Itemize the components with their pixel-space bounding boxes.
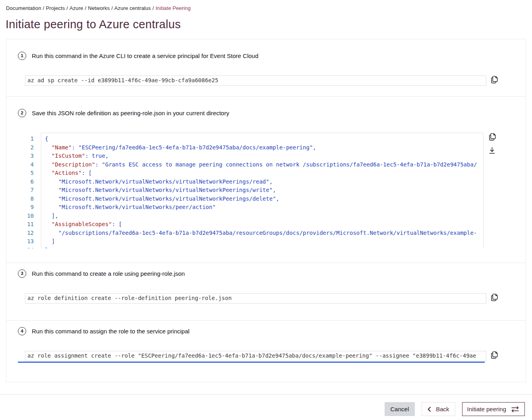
step-4-number-badge: 4 [18, 327, 26, 335]
step-4: 4 Run this command to assign the role to… [6, 320, 526, 382]
breadcrumb-current: Initiate Peering [155, 5, 190, 11]
step-3-header: 3 Run this command to create a role usin… [18, 269, 514, 278]
step-1-command-input[interactable]: az ad sp create --id e3899b11-4f6c-49ae-… [25, 75, 486, 86]
step-1-command-row: az ad sp create --id e3899b11-4f6c-49ae-… [25, 75, 498, 86]
step-3: 3 Run this command to create a role usin… [6, 263, 526, 320]
download-icon [489, 147, 495, 154]
page-title: Initiate peering to Azure centralus [6, 17, 532, 31]
step-3-label: Run this command to create a role using … [32, 270, 185, 277]
copy-icon [489, 133, 496, 141]
copy-icon [491, 351, 498, 359]
breadcrumb: Documentation/Projects/Azure/Networks/Az… [0, 0, 532, 11]
breadcrumb-separator: / [85, 5, 86, 11]
initiate-peering-label: Initiate peering [467, 406, 506, 412]
json-editor[interactable]: 1234567891011121314 { "Name": "ESCPeerin… [25, 133, 484, 248]
breadcrumb-separator: / [66, 5, 68, 11]
breadcrumb-separator: / [43, 5, 44, 11]
cancel-button[interactable]: Cancel [385, 402, 415, 416]
horizontal-scrollbar[interactable] [18, 362, 485, 363]
json-download-button[interactable] [489, 147, 495, 154]
breadcrumb-link-projects[interactable]: Projects [46, 5, 65, 11]
copy-icon [491, 293, 498, 302]
step-4-header: 4 Run this command to assign the role to… [18, 327, 514, 335]
steps-card: 1 Run this command in the Azure CLI to c… [6, 39, 526, 382]
initiate-peering-button[interactable]: Initiate peering [462, 402, 525, 416]
step-1-label: Run this command in the Azure CLI to cre… [32, 52, 258, 59]
breadcrumb-separator: / [153, 5, 154, 11]
breadcrumb-link-documentation[interactable]: Documentation [6, 5, 41, 11]
page: Documentation/Projects/Azure/Networks/Az… [0, 0, 532, 416]
chevron-left-icon [428, 406, 431, 412]
step-3-number-badge: 3 [18, 269, 26, 278]
footer: Cancel Back Initiate peering [0, 395, 532, 416]
step-1-header: 1 Run this command in the Azure CLI to c… [18, 52, 514, 60]
step-4-command-row: az role assignment create --role "ESCPee… [25, 351, 498, 361]
line-numbers: 1234567891011121314 [25, 133, 41, 248]
back-button-label: Back [436, 406, 449, 412]
step-1-number-badge: 1 [18, 52, 26, 60]
breadcrumb-separator: / [111, 5, 113, 11]
step-3-command-row: az role definition create --role-definit… [25, 293, 498, 304]
step-3-copy-button[interactable] [491, 293, 498, 302]
back-button[interactable]: Back [422, 402, 455, 416]
breadcrumb-link-azure-centralus[interactable]: Azure centralus [114, 5, 151, 11]
step-4-command-input[interactable]: az role assignment create --role "ESCPee… [25, 351, 486, 361]
breadcrumb-link-networks[interactable]: Networks [88, 5, 110, 11]
step-1-copy-button[interactable] [491, 75, 498, 84]
json-code: { "Name": "ESCPeering/fa7eed6a-1ec5-4efa… [41, 133, 484, 248]
step-1: 1 Run this command in the Azure CLI to c… [6, 39, 526, 96]
swap-horizontal-icon [511, 406, 520, 412]
step-4-copy-button[interactable] [491, 351, 498, 359]
step-2-header: 2 Save this JSON role definition as peer… [18, 109, 514, 117]
json-copy-button[interactable] [489, 133, 496, 141]
editor-icons [489, 133, 498, 154]
step-2: 2 Save this JSON role definition as peer… [6, 96, 526, 263]
step-2-label: Save this JSON role definition as peerin… [32, 110, 229, 116]
step-2-number-badge: 2 [18, 109, 26, 117]
json-editor-row: 1234567891011121314 { "Name": "ESCPeerin… [25, 133, 498, 248]
step-4-label: Run this command to assign the role to t… [32, 328, 190, 335]
step-3-command-input[interactable]: az role definition create --role-definit… [25, 293, 486, 304]
copy-icon [491, 75, 498, 84]
breadcrumb-link-azure[interactable]: Azure [70, 5, 83, 11]
